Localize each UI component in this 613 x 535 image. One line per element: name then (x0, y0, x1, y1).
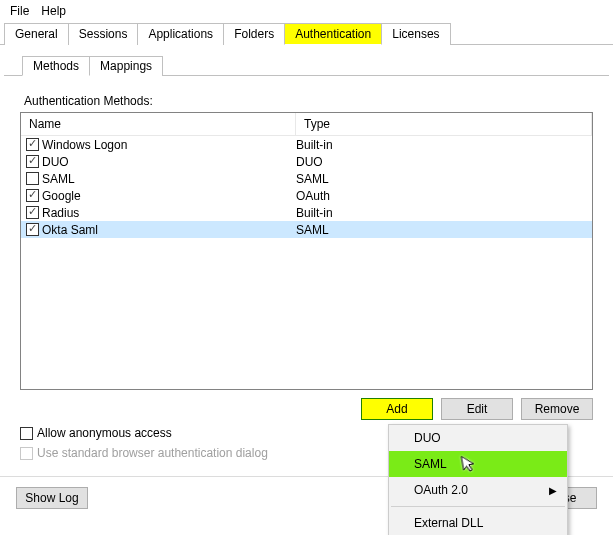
menu-help[interactable]: Help (41, 4, 66, 18)
row-name: Windows Logon (42, 138, 127, 152)
table-row[interactable]: Windows LogonBuilt-in (21, 136, 592, 153)
row-checkbox[interactable] (26, 138, 39, 151)
menu-file[interactable]: File (10, 4, 29, 18)
chevron-right-icon: ▶ (549, 485, 557, 496)
col-type[interactable]: Type (296, 113, 592, 135)
allow-anonymous-checkbox[interactable] (20, 427, 33, 440)
row-checkbox[interactable] (26, 223, 39, 236)
section-label: Authentication Methods: (24, 94, 593, 108)
menu-item-oauth-2-0[interactable]: OAuth 2.0▶ (389, 477, 567, 503)
row-name: Google (42, 189, 81, 203)
remove-button[interactable]: Remove (521, 398, 593, 420)
menu-item-external-dll[interactable]: External DLL (389, 510, 567, 535)
table-row[interactable]: SAMLSAML (21, 170, 592, 187)
row-type: Built-in (296, 206, 333, 220)
tab-applications[interactable]: Applications (137, 23, 224, 45)
row-checkbox[interactable] (26, 172, 39, 185)
col-name[interactable]: Name (21, 113, 296, 135)
menu-separator (391, 506, 565, 507)
add-button[interactable]: Add (361, 398, 433, 420)
row-checkbox[interactable] (26, 206, 39, 219)
list-header: Name Type (21, 113, 592, 136)
row-checkbox[interactable] (26, 189, 39, 202)
subtab-methods[interactable]: Methods (22, 56, 90, 76)
sub-tabs: MethodsMappings (4, 55, 609, 76)
tab-folders[interactable]: Folders (223, 23, 285, 45)
table-row[interactable]: RadiusBuilt-in (21, 204, 592, 221)
row-type: SAML (296, 223, 329, 237)
menu-item-duo[interactable]: DUO (389, 425, 567, 451)
tab-licenses[interactable]: Licenses (381, 23, 450, 45)
row-checkbox[interactable] (26, 155, 39, 168)
row-type: DUO (296, 155, 323, 169)
row-name: Okta Saml (42, 223, 98, 237)
list-button-row: Add Edit Remove (20, 398, 593, 420)
row-type: SAML (296, 172, 329, 186)
row-name: DUO (42, 155, 69, 169)
edit-button[interactable]: Edit (441, 398, 513, 420)
row-name: Radius (42, 206, 79, 220)
standard-browser-label: Use standard browser authentication dial… (37, 446, 268, 460)
tab-sessions[interactable]: Sessions (68, 23, 139, 45)
table-row[interactable]: DUODUO (21, 153, 592, 170)
auth-methods-list[interactable]: Name Type Windows LogonBuilt-inDUODUOSAM… (20, 112, 593, 390)
add-dropdown-menu[interactable]: DUOSAMLOAuth 2.0▶External DLL (388, 424, 568, 535)
row-type: Built-in (296, 138, 333, 152)
row-type: OAuth (296, 189, 330, 203)
table-row[interactable]: Okta SamlSAML (21, 221, 592, 238)
allow-anonymous-label: Allow anonymous access (37, 426, 172, 440)
row-name: SAML (42, 172, 75, 186)
standard-browser-checkbox (20, 447, 33, 460)
table-row[interactable]: GoogleOAuth (21, 187, 592, 204)
subtab-mappings[interactable]: Mappings (89, 56, 163, 76)
tab-general[interactable]: General (4, 23, 69, 45)
show-log-button[interactable]: Show Log (16, 487, 88, 509)
main-tabs: GeneralSessionsApplicationsFoldersAuthen… (0, 22, 613, 45)
tab-authentication[interactable]: Authentication (284, 23, 382, 45)
menubar: File Help (0, 0, 613, 22)
